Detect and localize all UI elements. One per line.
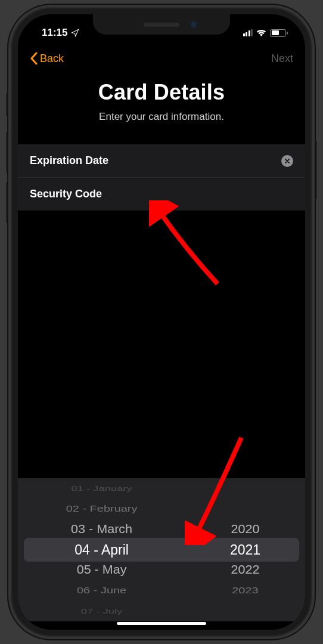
screen: 11:15 Ba (18, 14, 305, 630)
date-picker[interactable]: 01 - January 02 - February 03 - March 04… (18, 478, 305, 621)
back-button[interactable]: Back (30, 52, 64, 65)
picker-item[interactable]: 2022 (187, 561, 304, 579)
time-label: 11:15 (42, 27, 67, 39)
next-label: Next (271, 52, 293, 64)
status-time: 11:15 (42, 27, 79, 39)
cellular-icon (243, 29, 253, 36)
month-picker-column[interactable]: 01 - January 02 - February 03 - March 04… (18, 478, 185, 621)
picker-item-selected[interactable]: 04 - April (18, 540, 185, 560)
picker-item[interactable]: 07 - July (24, 606, 179, 616)
picker-item[interactable]: 2023 (188, 584, 302, 597)
expiration-date-row[interactable]: Expiration Date (18, 144, 305, 178)
expiration-label: Expiration Date (30, 154, 108, 167)
phone-frame: 11:15 Ba (10, 6, 313, 638)
picker-item[interactable]: 01 - January (24, 484, 179, 494)
location-icon (71, 29, 79, 37)
security-label: Security Code (30, 188, 102, 200)
picker-item[interactable]: 03 - March (20, 521, 184, 538)
page-title: Card Details (30, 80, 293, 105)
next-button[interactable]: Next (271, 52, 293, 65)
home-indicator[interactable] (117, 622, 206, 625)
notch (93, 14, 230, 35)
picker-item[interactable]: 02 - February (22, 502, 181, 516)
annotation-arrow-1 (149, 200, 226, 290)
battery-icon (270, 29, 286, 37)
page-subtitle: Enter your card information. (30, 111, 293, 123)
clear-icon[interactable] (281, 155, 293, 167)
wifi-icon (256, 29, 266, 37)
chevron-left-icon (30, 52, 38, 65)
annotation-arrow-2 (185, 432, 250, 545)
header: Card Details Enter your card information… (18, 73, 305, 131)
back-label: Back (40, 52, 64, 65)
picker-item[interactable]: 05 - May (20, 561, 184, 579)
nav-bar: Back Next (18, 44, 305, 73)
picker-item[interactable]: 06 - June (22, 584, 181, 597)
